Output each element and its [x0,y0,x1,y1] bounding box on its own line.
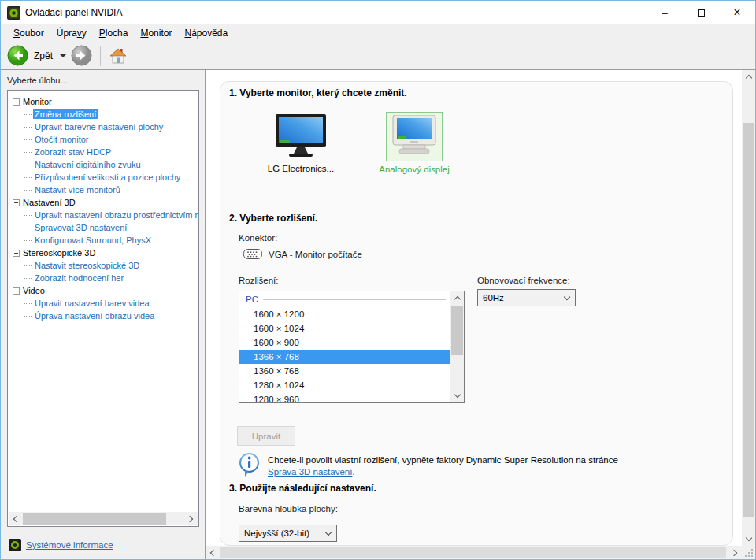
monitor-label: LG Electronics... [258,164,344,173]
tree-category-stereo-3d[interactable]: Stereoskopické 3D [11,247,198,259]
tree-item-hodnoceni-her[interactable]: Zobrazit hodnocení her [24,272,198,284]
main-vertical-scrollbar[interactable] [742,70,755,546]
back-label: Zpět [34,50,53,61]
resolution-option[interactable]: 1600 × 1024 [239,321,450,336]
scroll-thumb[interactable] [451,306,463,355]
menu-monitor[interactable]: Monitor [134,26,178,40]
window-title: Ovládací panel NVIDIA [25,7,122,18]
scroll-thumb[interactable] [743,123,754,517]
tree-item-otocit-monitor[interactable]: Otočit monitor [24,133,198,146]
main-content: 1. Vyberte monitor, který chcete změnit.… [206,70,755,559]
main-horizontal-scrollbar[interactable] [206,546,742,559]
sidebar-header: Vyberte úlohu... [7,76,68,85]
customize-button[interactable]: Upravit [237,426,295,446]
tree-item-spravovat-3d[interactable]: Spravovat 3D nastavení [24,221,198,234]
monitor-lg[interactable]: LG Electronics... [258,114,344,173]
vga-port-icon [243,249,262,259]
scroll-left-icon[interactable] [9,512,22,525]
tree-item-zmena-rozliseni[interactable]: Změna rozlišení [24,108,198,121]
resolution-scrollbar[interactable] [450,291,464,402]
tree-item-upravit-barevne[interactable]: Upravit barevné nastavení plochy [24,121,198,133]
menu-napoveda[interactable]: Nápověda [178,26,234,40]
maximize-button[interactable] [683,1,719,24]
menu-soubor[interactable]: Soubor [7,26,50,40]
scroll-up-icon[interactable] [742,70,755,83]
nvidia-eye-icon [9,539,21,551]
chevron-down-icon [321,530,336,537]
crt-monitor-icon [391,115,437,156]
system-information-link[interactable]: Systémové informace [26,540,113,550]
tree-item-barvy-videa[interactable]: Upravit nastavení barev videa [24,297,198,310]
resize-grip[interactable] [742,546,755,559]
scroll-up-icon[interactable] [450,291,464,305]
scroll-right-icon[interactable] [728,546,742,559]
chevron-down-icon[interactable] [60,54,66,57]
menu-upravy[interactable]: Úpravy [50,26,93,40]
chevron-down-icon [559,295,575,302]
titlebar: Ovládací panel NVIDIA – × [1,1,755,24]
back-button[interactable]: Zpět [7,45,71,66]
menubar: Soubor Úpravy Plocha Monitor Nápověda [1,24,755,42]
monitor-analog[interactable]: Analogový displej [371,112,458,174]
close-button[interactable]: × [719,1,755,24]
home-icon[interactable] [109,46,128,65]
nvidia-logo-icon [7,6,20,20]
resolution-option[interactable]: 1600 × 900 [239,336,450,350]
tree-item-upravit-obraz-nahled[interactable]: Upravit nastavení obrazu prostřednictvím… [24,209,198,221]
resolution-label: Rozlišení: [239,276,279,285]
connector-label: Konektor: [239,233,277,243]
resolution-option[interactable]: 1360 × 768 [239,364,450,378]
toolbar: Zpět [1,42,755,70]
resolution-group-pc: PC [239,291,450,307]
color-depth-label: Barevná hloubka plochy: [239,504,338,514]
app-window: Ovládací panel NVIDIA – × Soubor Úpravy … [0,0,756,560]
arrow-left-icon [7,45,28,66]
collapse-icon[interactable] [13,250,20,257]
tree-item-nastavit-stereo[interactable]: Nastavit stereoskopické 3D [24,259,198,272]
forward-button[interactable] [71,45,92,66]
lcd-monitor-icon [273,114,328,158]
scroll-down-icon[interactable] [450,389,464,402]
toolbar-separator [100,46,101,66]
connector-value: VGA - Monitor počítače [269,250,362,259]
tree-item-vice-monitoru[interactable]: Nastavit více monitorů [24,184,198,196]
monitor-label: Analogový displej [371,165,458,174]
step3-title: 3. Použijte následující nastavení. [229,483,376,494]
tree-category-video[interactable]: Video [11,284,198,297]
scroll-right-icon[interactable] [184,512,198,525]
tree-item-obraz-videa[interactable]: Úprava nastavení obrazu videa [24,310,198,322]
collapse-icon[interactable] [13,98,20,106]
tree-item-digitalni-zvuk[interactable]: Nastavení digitálního zvuku [24,158,198,171]
info-note: Chcete-li povolit vlastní rozlišení, vyp… [268,454,641,478]
menu-plocha[interactable]: Plocha [93,26,135,40]
color-depth-select[interactable]: Nejvyšší (32-bit) [239,525,337,542]
task-tree: Monitor Změna rozlišení Upravit barevné … [7,90,199,527]
collapse-icon[interactable] [13,199,20,206]
refresh-rate-label: Obnovovací frekvence: [477,276,570,285]
resolution-option[interactable]: 1280 × 960 [239,392,450,403]
minimize-button[interactable]: – [647,1,683,24]
scroll-thumb[interactable] [220,547,726,558]
scroll-thumb[interactable] [23,513,166,525]
tree-item-prizpusobeni[interactable]: Přizpůsobení velikosti a pozice plochy [24,171,198,184]
step2-title: 2. Vyberte rozlišení. [229,213,317,224]
step1-title: 1. Vyberte monitor, který chcete změnit. [229,87,407,98]
info-icon [239,453,260,478]
collapse-icon[interactable] [13,287,20,295]
tree-category-nastaveni-3d[interactable]: Nastavení 3D [11,196,198,209]
tree-item-surround-physx[interactable]: Konfigurovat Surround, PhysX [24,234,198,247]
scroll-down-icon[interactable] [742,532,755,546]
tree-horizontal-scrollbar[interactable] [9,512,198,525]
arrow-right-icon [71,45,92,66]
tree-category-monitor[interactable]: Monitor [11,95,198,108]
sprava-3d-nastaveni-link[interactable]: Správa 3D nastavení [268,467,352,477]
refresh-rate-select[interactable]: 60Hz [477,289,576,306]
resolution-option[interactable]: 1280 × 1024 [239,378,450,392]
resolution-option-selected[interactable]: 1366 × 768 [239,350,450,364]
scroll-left-icon[interactable] [206,546,219,559]
task-sidebar: Vyberte úlohu... Monitor Změna rozlišení… [1,70,206,559]
resolution-listbox: PC 1600 × 1200 1600 × 1024 1600 × 900 13… [239,291,465,403]
resolution-option[interactable]: 1600 × 1200 [239,307,450,321]
tree-item-hdcp[interactable]: Zobrazit stav HDCP [24,146,198,158]
maximize-icon [698,9,705,17]
